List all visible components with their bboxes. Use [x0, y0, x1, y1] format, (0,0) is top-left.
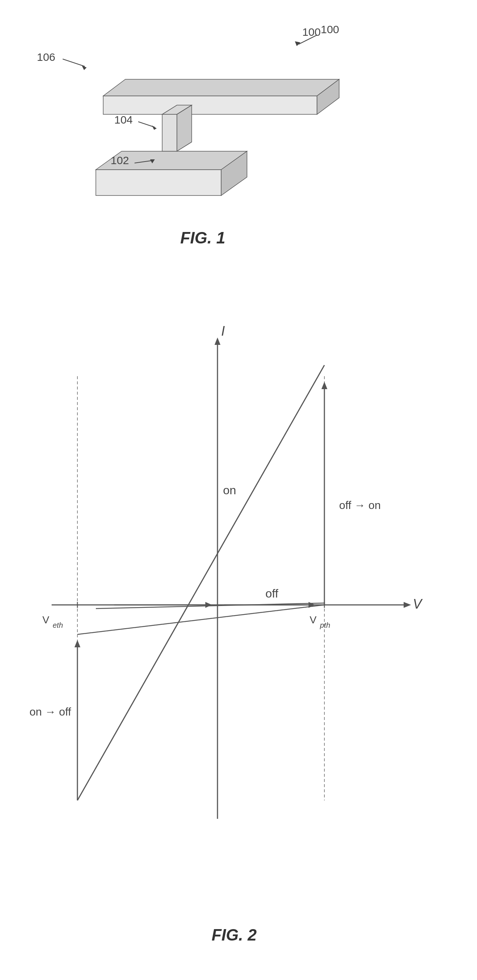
svg-text:V: V	[43, 614, 49, 625]
fig1-label: FIG. 1	[180, 229, 225, 247]
svg-text:off → on: off → on	[339, 499, 381, 511]
svg-marker-30	[322, 382, 327, 389]
svg-text:100: 100	[321, 23, 339, 35]
svg-text:V: V	[310, 614, 317, 625]
page: 100 100 106	[0, 0, 477, 980]
svg-line-1	[299, 35, 317, 44]
svg-text:106: 106	[37, 52, 55, 63]
svg-marker-13	[404, 602, 411, 608]
svg-text:off: off	[265, 587, 278, 600]
svg-marker-32	[205, 602, 212, 608]
fig1-container: 100 100 106	[37, 22, 369, 251]
svg-text:102: 102	[111, 155, 129, 166]
svg-marker-15	[214, 337, 220, 345]
svg-text:I: I	[221, 323, 225, 339]
svg-marker-34	[309, 602, 315, 608]
fig1-drawing	[67, 44, 361, 214]
svg-text:104: 104	[114, 115, 133, 126]
fig2-container: I V V eth V pth	[22, 302, 446, 948]
svg-line-25	[78, 605, 324, 635]
svg-line-24	[78, 365, 324, 800]
ref-102-arrow: 102	[111, 155, 158, 177]
svg-line-10	[135, 161, 153, 163]
fig2-drawing: I V V eth V pth	[22, 302, 446, 922]
svg-text:on: on	[223, 484, 236, 497]
svg-text:on → off: on → off	[30, 706, 71, 718]
svg-text:eth: eth	[53, 621, 63, 629]
svg-marker-11	[150, 159, 155, 163]
svg-marker-28	[74, 640, 80, 647]
svg-marker-8	[152, 126, 157, 130]
svg-line-26	[96, 603, 324, 609]
ref-104-arrow: 104	[114, 115, 162, 137]
svg-text:pth: pth	[320, 621, 330, 629]
svg-line-7	[138, 122, 155, 127]
fig2-label: FIG. 2	[212, 926, 257, 944]
svg-text:V: V	[413, 597, 423, 611]
